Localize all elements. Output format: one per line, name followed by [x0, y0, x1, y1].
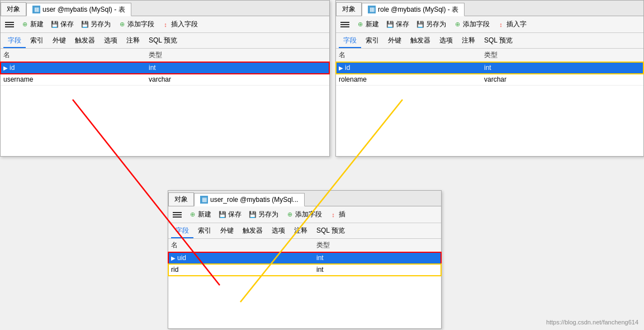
user-panel: 对象 ▦ user @mybatis (MySql) - 表 ⊕ 新建 💾 保存…: [0, 0, 330, 157]
user-role-row-uid[interactable]: ▶ uid int: [168, 252, 441, 264]
user-role-tab-object[interactable]: 对象: [168, 192, 194, 206]
row-arrow: ▶: [3, 65, 8, 71]
user-role-saveas-button[interactable]: 💾 另存为: [246, 209, 281, 220]
role-tab-object[interactable]: 对象: [336, 2, 362, 16]
user-role-subtab-fields[interactable]: 字段: [171, 224, 193, 238]
user-role-insert-field-icon: ↕: [329, 210, 338, 219]
role-type-col-header: 类型: [484, 50, 641, 60]
user-role-uid-name: ▶ uid: [171, 254, 316, 262]
role-subtab-notes[interactable]: 注释: [457, 34, 480, 48]
user-row-username[interactable]: username varchar: [1, 74, 329, 86]
user-role-subtab-notes[interactable]: 注释: [290, 224, 312, 238]
user-role-saveas-icon: 💾: [248, 210, 257, 219]
user-role-subtab-trigger[interactable]: 触发器: [238, 224, 267, 238]
role-hamburger-menu[interactable]: [339, 20, 351, 29]
add-field-icon: ⊕: [117, 20, 126, 29]
name-col-header: 名: [3, 50, 149, 60]
user-col-header: 名 类型: [1, 49, 329, 62]
subtab-foreign[interactable]: 外键: [48, 34, 70, 48]
role-subtab-index[interactable]: 索引: [361, 34, 383, 48]
user-role-new-button[interactable]: ⊕ 新建: [186, 209, 214, 220]
role-save-button[interactable]: 💾 保存: [383, 18, 411, 30]
subtab-trigger[interactable]: 触发器: [70, 34, 100, 48]
user-role-name-col-header: 名: [171, 241, 316, 250]
user-role-tab-bar: 对象 ▦ user_role @mybatis (MySql...: [168, 191, 441, 206]
role-row-id[interactable]: ▶ id int: [336, 62, 643, 74]
user-row-id[interactable]: ▶ id int: [1, 62, 329, 74]
subtab-options[interactable]: 选项: [100, 34, 122, 48]
role-table: 名 类型 ▶ id int rolename varchar: [336, 49, 643, 86]
user-role-rid-name: rid: [171, 266, 316, 274]
save-icon: 💾: [50, 20, 59, 29]
role-subtabs: 字段 索引 外键 触发器 选项 注释 SQL 预览: [336, 33, 643, 49]
role-subtab-trigger[interactable]: 触发器: [406, 34, 435, 48]
user-role-rid-type: int: [316, 266, 438, 274]
role-id-type: int: [484, 64, 641, 72]
user-role-subtab-foreign[interactable]: 外键: [216, 224, 238, 238]
role-subtab-foreign[interactable]: 外键: [383, 34, 406, 48]
user-role-subtab-sql[interactable]: SQL 预览: [312, 224, 349, 238]
new-button[interactable]: ⊕ 新建: [18, 18, 46, 30]
user-id-name: ▶ id: [3, 64, 149, 72]
user-role-add-field-button[interactable]: ⊕ 添加字段: [283, 209, 324, 220]
subtab-fields[interactable]: 字段: [3, 34, 26, 48]
user-role-hamburger-menu[interactable]: [171, 210, 183, 219]
user-tab-object[interactable]: 对象: [1, 2, 26, 16]
user-table: 名 类型 ▶ id int username varchar: [1, 49, 329, 86]
watermark: https://blog.csdn.net/fancheng614: [546, 319, 638, 326]
user-role-new-icon: ⊕: [188, 210, 197, 219]
role-rolename-type: varchar: [484, 76, 641, 83]
role-tab-bar: 对象 ▦ role @mybatis (MySql) - 表: [336, 1, 643, 16]
hamburger-menu[interactable]: [3, 20, 16, 29]
role-toolbar: ⊕ 新建 💾 保存 💾 另存为 ⊕ 添加字段 ↕ 插入字: [336, 16, 643, 33]
subtab-notes[interactable]: 注释: [122, 34, 144, 48]
subtab-index[interactable]: 索引: [26, 34, 48, 48]
user-username-type: varchar: [149, 76, 326, 83]
user-role-subtab-options[interactable]: 选项: [267, 224, 290, 238]
role-row-rolename[interactable]: rolename varchar: [336, 74, 643, 86]
user-role-tab-active[interactable]: ▦ user_role @mybatis (MySql...: [194, 193, 305, 206]
saveas-button[interactable]: 💾 另存为: [78, 18, 113, 30]
user-role-col-header: 名 类型: [168, 239, 441, 252]
role-name-col-header: 名: [339, 50, 484, 60]
role-subtab-options[interactable]: 选项: [435, 34, 457, 48]
user-tab-active[interactable]: ▦ user @mybatis (MySql) - 表: [26, 3, 131, 16]
user-role-save-button[interactable]: 💾 保存: [216, 209, 244, 220]
role-rolename-name: rolename: [339, 76, 484, 83]
role-saveas-button[interactable]: 💾 另存为: [414, 18, 448, 30]
role-add-field-button[interactable]: ⊕ 添加字段: [451, 18, 492, 30]
user-toolbar: ⊕ 新建 💾 保存 💾 另存为 ⊕ 添加字段 ↕ 插入字段: [1, 16, 329, 33]
user-role-add-field-icon: ⊕: [285, 210, 294, 219]
role-table-icon: ▦: [368, 6, 376, 13]
role-insert-field-button[interactable]: ↕ 插入字: [494, 18, 529, 30]
role-id-name: ▶ id: [339, 64, 484, 72]
user-subtabs: 字段 索引 外键 触发器 选项 注释 SQL 预览: [1, 33, 329, 49]
type-col-header: 类型: [149, 50, 326, 60]
role-row-arrow: ▶: [339, 65, 343, 71]
user-role-save-icon: 💾: [218, 210, 227, 219]
save-button[interactable]: 💾 保存: [48, 18, 76, 30]
role-tab-active[interactable]: ▦ role @mybatis (MySql) - 表: [362, 3, 465, 16]
insert-field-button[interactable]: ↕ 插入字段: [159, 18, 200, 30]
user-role-panel: 对象 ▦ user_role @mybatis (MySql... ⊕ 新建 💾…: [168, 190, 442, 329]
user-role-insert-field-button[interactable]: ↕ 插: [326, 209, 348, 220]
user-username-name: username: [3, 76, 149, 83]
add-field-button[interactable]: ⊕ 添加字段: [115, 18, 157, 30]
role-new-button[interactable]: ⊕ 新建: [353, 18, 381, 30]
role-panel: 对象 ▦ role @mybatis (MySql) - 表 ⊕ 新建 💾 保存…: [335, 0, 644, 157]
role-saveas-icon: 💾: [416, 20, 425, 29]
role-subtab-fields[interactable]: 字段: [339, 34, 361, 48]
role-add-field-icon: ⊕: [453, 20, 462, 29]
saveas-icon: 💾: [80, 20, 89, 29]
user-role-subtab-index[interactable]: 索引: [193, 224, 216, 238]
user-tab-bar: 对象 ▦ user @mybatis (MySql) - 表: [1, 1, 329, 16]
role-insert-field-icon: ↕: [496, 20, 505, 29]
user-role-row-rid[interactable]: rid int: [168, 264, 441, 276]
role-save-icon: 💾: [386, 20, 395, 29]
role-col-header: 名 类型: [336, 49, 643, 62]
subtab-sql[interactable]: SQL 预览: [144, 34, 182, 48]
role-subtab-sql[interactable]: SQL 预览: [480, 34, 517, 48]
user-role-type-col-header: 类型: [316, 241, 438, 250]
role-new-icon: ⊕: [356, 20, 364, 29]
user-role-table: 名 类型 ▶ uid int rid int: [168, 239, 441, 276]
